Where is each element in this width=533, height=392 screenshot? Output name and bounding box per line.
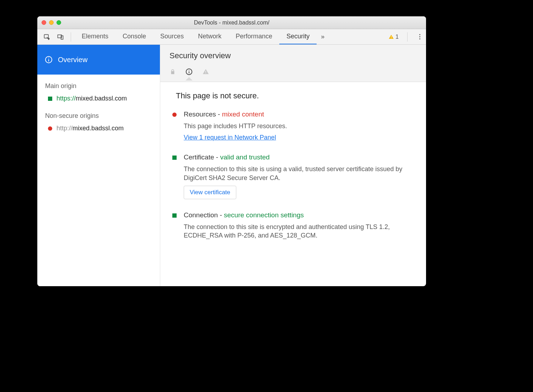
panel-title: Security overview	[169, 51, 417, 60]
warning-count: 1	[395, 34, 399, 40]
security-panel: Security overview This page is not secur…	[160, 45, 426, 286]
more-tabs-icon[interactable]: »	[317, 29, 329, 44]
device-toolbar-icon[interactable]	[56, 32, 65, 42]
toolbar-separator	[407, 32, 408, 42]
panel-content: This page is not secure. Resources - mix…	[160, 82, 426, 265]
warning-triangle-icon[interactable]	[202, 68, 209, 80]
body: Overview Main origin https://mixed.badss…	[37, 45, 426, 286]
window-controls	[42, 20, 61, 25]
info-icon[interactable]	[185, 68, 193, 81]
view-certificate-button[interactable]: View certificate	[184, 186, 236, 199]
tab-performance[interactable]: Performance	[228, 29, 279, 44]
warning-icon	[388, 34, 394, 40]
maximize-window-button[interactable]	[56, 20, 61, 25]
warning-count-badge[interactable]: 1	[388, 34, 399, 40]
connection-desc: The connection to this site is encrypted…	[184, 223, 415, 240]
tab-network[interactable]: Network	[191, 29, 228, 44]
connection-status: secure connection settings	[224, 211, 304, 219]
devtools-toolbar: Elements Console Sources Network Perform…	[37, 29, 426, 45]
tab-elements[interactable]: Elements	[75, 29, 115, 44]
info-icon	[44, 55, 53, 64]
main-origin-item[interactable]: https://mixed.badssl.com	[37, 93, 160, 104]
secure-square-icon	[48, 97, 52, 101]
close-window-button[interactable]	[42, 20, 46, 25]
certificate-status: valid and trusted	[220, 153, 269, 161]
nonsecure-origin-item[interactable]: http://mixed.badssl.com	[37, 123, 160, 134]
certificate-desc: The connection to this site is using a v…	[184, 165, 415, 182]
svg-point-7	[48, 58, 49, 59]
secure-square-icon	[172, 156, 177, 160]
inspect-element-icon[interactable]	[42, 32, 52, 42]
toolbar-right: 1	[388, 32, 423, 42]
toolbar-separator	[71, 32, 71, 42]
resources-status: mixed content	[222, 110, 264, 118]
tab-console[interactable]: Console	[115, 29, 153, 44]
lock-icon[interactable]	[169, 68, 176, 80]
minimize-window-button[interactable]	[49, 20, 54, 25]
security-headline: This page is not secure.	[171, 91, 415, 100]
overview-label: Overview	[58, 56, 87, 64]
view-network-request-link[interactable]: View 1 request in Network Panel	[184, 134, 276, 141]
main-origin-url: https://mixed.badssl.com	[56, 95, 127, 102]
main-origin-heading: Main origin	[45, 82, 160, 90]
resources-title: Resources - mixed content	[184, 110, 415, 118]
tab-sources[interactable]: Sources	[153, 29, 191, 44]
resources-desc: This page includes HTTP resources.	[184, 122, 415, 130]
section-certificate: Certificate - valid and trusted The conn…	[171, 153, 415, 199]
titlebar[interactable]: DevTools - mixed.badssl.com/	[37, 16, 426, 29]
security-state-icons	[169, 67, 417, 82]
certificate-title: Certificate - valid and trusted	[184, 153, 415, 161]
svg-point-10	[189, 70, 189, 71]
sidebar-overview[interactable]: Overview	[37, 45, 160, 75]
section-resources: Resources - mixed content This page incl…	[171, 110, 415, 141]
svg-rect-3	[391, 36, 391, 37]
nonsecure-origins-heading: Non-secure origins	[45, 112, 160, 120]
svg-rect-12	[205, 73, 206, 74]
window-title: DevTools - mixed.badssl.com/	[37, 20, 426, 26]
insecure-dot-icon	[48, 126, 52, 131]
section-connection: Connection - secure connection settings …	[171, 211, 415, 244]
nonsecure-origin-url: http://mixed.badssl.com	[56, 125, 124, 132]
panel-header: Security overview	[160, 45, 426, 82]
kebab-menu-icon[interactable]	[416, 34, 423, 39]
secure-square-icon	[172, 213, 177, 218]
devtools-window: DevTools - mixed.badssl.com/ Elements Co…	[37, 16, 426, 286]
connection-title: Connection - secure connection settings	[184, 211, 415, 219]
security-sidebar: Overview Main origin https://mixed.badss…	[37, 45, 160, 286]
svg-rect-4	[391, 38, 391, 38]
tab-security[interactable]: Security	[279, 29, 317, 44]
insecure-dot-icon	[172, 113, 177, 117]
panel-tabs: Elements Console Sources Network Perform…	[75, 29, 329, 44]
svg-rect-11	[205, 71, 206, 72]
